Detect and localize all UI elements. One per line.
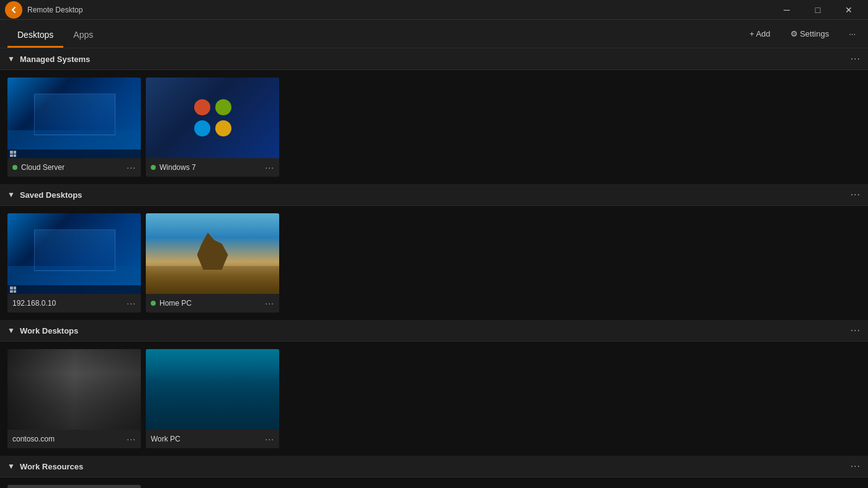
more-button[interactable]: ··· [844, 27, 861, 41]
desktop-thumbnail [146, 213, 279, 294]
section-header-managed-systems[interactable]: ▼ Managed Systems ··· [0, 48, 868, 70]
desktop-card-footer: Home PC ··· [146, 294, 279, 313]
desktop-thumbnail [146, 349, 279, 430]
title-bar: Remote Desktop ─ □ ✕ [0, 0, 868, 20]
desktop-card-managed-pc[interactable]: Managed PC ··· [7, 485, 141, 488]
section-header-work-desktops[interactable]: ▼ Work Desktops ··· [0, 320, 868, 342]
status-dot [151, 301, 156, 306]
section-more-button[interactable]: ··· [851, 53, 861, 64]
settings-button[interactable]: ⚙ Settings [785, 27, 834, 41]
desktop-card-192-168-0-10[interactable]: 192.168.0.10 ··· [7, 213, 141, 313]
chevron-icon: ▼ [7, 190, 15, 199]
desktop-card-more-button[interactable]: ··· [265, 298, 274, 308]
desktop-card-footer: Windows 7 ··· [146, 158, 279, 177]
desktop-card-name: Cloud Server [21, 163, 127, 172]
desktop-card-name: contoso.com [12, 435, 127, 443]
section-title: Work Resources [20, 462, 851, 471]
desktop-card-more-button[interactable]: ··· [127, 162, 136, 172]
section-title: Saved Desktops [20, 190, 851, 200]
desktop-card-windows-7[interactable]: Windows 7 ··· [146, 78, 279, 177]
chevron-icon: ▼ [7, 462, 15, 471]
desktop-grid-managed-systems: Cloud Server ··· Windows 7 ··· [0, 70, 868, 184]
desktop-card-name: Work PC [151, 435, 265, 443]
status-dot [12, 165, 17, 170]
desktop-grid-saved-desktops: 192.168.0.10 ··· Home PC ··· [0, 206, 868, 320]
nav-tabs: Desktops Apps [7, 22, 745, 46]
section-header-work-resources[interactable]: ▼ Work Resources ··· [0, 456, 868, 477]
desktop-card-name: 192.168.0.10 [12, 299, 127, 308]
desktop-card-footer: Work PC ··· [146, 430, 279, 448]
main-content: ▼ Managed Systems ··· Cloud Server ··· [0, 48, 868, 488]
desktop-card-more-button[interactable]: ··· [127, 298, 136, 308]
desktop-card-more-button[interactable]: ··· [127, 434, 136, 444]
desktop-card-footer: Cloud Server ··· [7, 158, 141, 177]
minimize-button[interactable]: ─ [772, 0, 801, 20]
desktop-card-more-button[interactable]: ··· [265, 434, 274, 444]
desktop-grid-work-desktops: contoso.com ··· Work PC ··· [0, 342, 868, 456]
desktop-thumbnail [7, 485, 141, 488]
maximize-button[interactable]: □ [803, 0, 832, 20]
tab-apps[interactable]: Apps [63, 24, 103, 48]
nav-actions: + Add ⚙ Settings ··· [745, 27, 861, 41]
section-title: Managed Systems [20, 55, 851, 64]
back-button[interactable] [5, 1, 22, 19]
desktop-card-work-pc[interactable]: Work PC ··· [146, 349, 279, 448]
add-button[interactable]: + Add [745, 27, 776, 41]
desktop-card-footer: contoso.com ··· [7, 430, 141, 448]
app-title: Remote Desktop [27, 6, 772, 14]
desktop-card-more-button[interactable]: ··· [265, 162, 274, 172]
section-more-button[interactable]: ··· [851, 461, 861, 472]
nav-bar: Desktops Apps + Add ⚙ Settings ··· [0, 20, 868, 48]
desktop-thumbnail [146, 78, 279, 158]
section-more-button[interactable]: ··· [851, 325, 861, 336]
desktop-grid-work-resources: Managed PC ··· [0, 477, 868, 488]
chevron-icon: ▼ [7, 326, 15, 335]
chevron-icon: ▼ [7, 55, 15, 63]
desktop-card-home-pc[interactable]: Home PC ··· [146, 213, 279, 313]
window-controls: ─ □ ✕ [772, 0, 863, 20]
desktop-thumbnail [7, 78, 141, 158]
close-button[interactable]: ✕ [834, 0, 863, 20]
section-more-button[interactable]: ··· [851, 189, 861, 200]
section-title: Work Desktops [20, 326, 851, 335]
desktop-card-cloud-server[interactable]: Cloud Server ··· [7, 78, 141, 177]
desktop-card-name: Windows 7 [159, 163, 265, 172]
desktop-thumbnail [7, 349, 141, 430]
desktop-card-footer: 192.168.0.10 ··· [7, 294, 141, 313]
status-dot [151, 165, 156, 170]
section-header-saved-desktops[interactable]: ▼ Saved Desktops ··· [0, 184, 868, 206]
desktop-card-name: Home PC [159, 299, 265, 308]
tab-desktops[interactable]: Desktops [7, 24, 63, 48]
desktop-card-contoso[interactable]: contoso.com ··· [7, 349, 141, 448]
desktop-thumbnail [7, 213, 141, 294]
